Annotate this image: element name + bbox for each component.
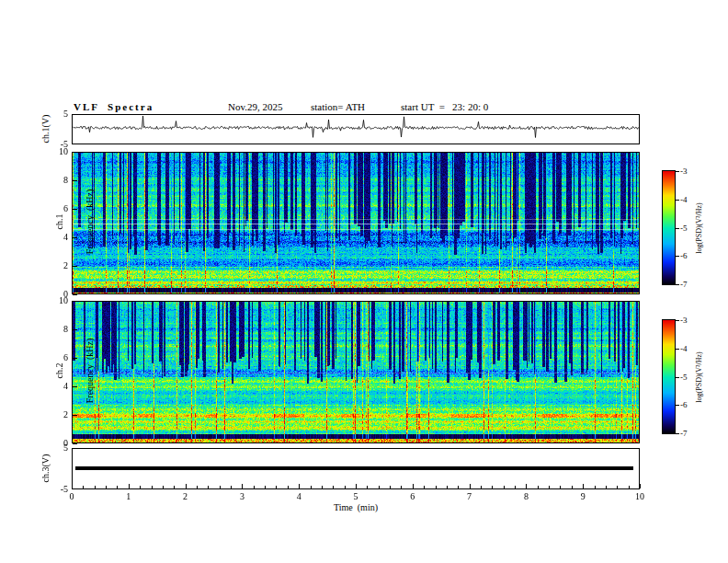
- colorbar-ch1-gradient: [663, 171, 675, 284]
- x-tick-label: 3: [233, 491, 251, 502]
- y-tick-label: 8: [50, 175, 68, 186]
- ch1-waveform-trace: [73, 115, 639, 144]
- y-tick-label: 2: [50, 260, 68, 271]
- x-minor-tick-mark: [379, 486, 380, 488]
- colorbar-tick-mark: [676, 349, 679, 350]
- x-minor-tick-mark: [606, 486, 607, 488]
- y-tick-label: 4: [50, 232, 68, 243]
- x-minor-tick-mark: [95, 486, 96, 488]
- x-tick-mark: [413, 484, 414, 488]
- x-tick-label: 10: [631, 491, 649, 502]
- y-tick-mark: [73, 386, 77, 387]
- vlf-spectra-figure: VLF Spectra Nov.29, 2025 station= ATH st…: [0, 0, 728, 563]
- x-minor-tick-mark: [504, 486, 505, 488]
- x-tick-label: 6: [404, 491, 422, 502]
- y-tick-label: 8: [50, 324, 68, 335]
- x-tick-label: 7: [461, 491, 479, 502]
- colorbar-ch2: [662, 319, 676, 434]
- x-tick-label: 8: [517, 491, 535, 502]
- x-minor-tick-mark: [231, 486, 232, 488]
- x-minor-tick-mark: [174, 486, 175, 488]
- x-minor-tick-mark: [458, 486, 459, 488]
- x-minor-tick-mark: [254, 486, 255, 488]
- x-minor-tick-mark: [447, 486, 448, 488]
- x-tick-mark: [356, 484, 357, 488]
- x-tick-mark: [470, 484, 471, 488]
- ch1-spec-ylabel-line2: Frequency (kHz): [85, 167, 95, 277]
- y-tick-label: 6: [50, 352, 68, 363]
- x-tick-label: 2: [176, 491, 195, 502]
- x-minor-tick-mark: [538, 486, 539, 488]
- x-minor-tick-mark: [401, 486, 402, 488]
- colorbar-tick-mark: [676, 171, 679, 172]
- y-tick-mark: [73, 329, 77, 330]
- x-tick-label: 9: [574, 491, 592, 502]
- y-tick-mark: [73, 415, 77, 416]
- x-minor-tick-mark: [617, 486, 618, 488]
- colorbar-tick-mark: [676, 320, 679, 321]
- x-minor-tick-mark: [492, 486, 493, 488]
- colorbar-tick-mark: [676, 405, 679, 406]
- y-tick-mark: [73, 294, 77, 295]
- x-minor-tick-mark: [140, 486, 141, 488]
- x-minor-tick-mark: [333, 486, 334, 488]
- colorbar-tick-mark: [676, 256, 679, 257]
- x-minor-tick-mark: [572, 486, 573, 488]
- y-tick-label: 2: [50, 409, 68, 420]
- date-label: Nov.29, 2025: [228, 101, 282, 112]
- x-minor-tick-mark: [560, 486, 561, 488]
- y-tick-label: -5: [50, 484, 68, 495]
- x-minor-tick-mark: [276, 486, 277, 488]
- colorbar-ch1: [662, 170, 676, 285]
- x-minor-tick-mark: [106, 486, 107, 488]
- x-minor-tick-mark: [152, 486, 153, 488]
- ch2-spec-ylabel-line2: Frequency (kHz): [85, 316, 95, 426]
- x-minor-tick-mark: [322, 486, 323, 488]
- x-minor-tick-mark: [390, 486, 391, 488]
- colorbar-tick-mark: [676, 228, 679, 229]
- y-tick-mark: [73, 358, 77, 359]
- x-minor-tick-mark: [345, 486, 346, 488]
- colorbar-tick-mark: [676, 200, 679, 201]
- x-minor-tick-mark: [424, 486, 425, 488]
- station-label: station= ATH: [311, 101, 365, 112]
- colorbar-tick-label: -6: [680, 250, 699, 261]
- colorbar-ch2-gradient: [663, 320, 675, 433]
- y-tick-label: -5: [50, 139, 68, 150]
- colorbar-tick-label: -4: [680, 194, 699, 205]
- x-tick-mark: [640, 484, 641, 488]
- x-minor-tick-mark: [515, 486, 516, 488]
- colorbar-tick-label: -6: [680, 399, 699, 410]
- colorbar-tick-label: -7: [680, 428, 699, 439]
- x-minor-tick-mark: [481, 486, 482, 488]
- y-tick-mark: [73, 180, 77, 181]
- x-minor-tick-mark: [83, 486, 84, 488]
- ch1-spectrogram-heatmap: [73, 153, 639, 293]
- x-minor-tick-mark: [549, 486, 550, 488]
- colorbar-tick-label: -4: [680, 343, 699, 354]
- x-minor-tick-mark: [208, 486, 209, 488]
- y-tick-label: 5: [50, 442, 68, 454]
- x-tick-mark: [299, 484, 300, 488]
- colorbar-tick-label: -5: [680, 223, 699, 234]
- x-minor-tick-mark: [288, 486, 289, 488]
- ch3-flat-trace: [75, 466, 633, 470]
- x-tick-label: 5: [347, 491, 365, 502]
- y-tick-mark: [73, 301, 77, 302]
- x-minor-tick-mark: [311, 486, 312, 488]
- x-tick-mark: [583, 484, 584, 488]
- x-minor-tick-mark: [436, 486, 437, 488]
- x-minor-tick-mark: [265, 486, 266, 488]
- x-minor-tick-mark: [629, 486, 630, 488]
- colorbar-tick-label: -5: [680, 372, 699, 383]
- x-minor-tick-mark: [163, 486, 164, 488]
- ch1-waveform-panel: [72, 114, 640, 144]
- x-tick-label: 4: [290, 491, 308, 502]
- ch2-spectrogram-heatmap: [73, 302, 639, 442]
- x-tick-mark: [72, 484, 73, 488]
- y-tick-mark: [73, 266, 77, 267]
- x-minor-tick-mark: [595, 486, 596, 488]
- x-tick-mark: [242, 484, 243, 488]
- colorbar-tick-mark: [676, 433, 679, 434]
- start-ut-label: start UT = 23: 20: 0: [401, 101, 488, 112]
